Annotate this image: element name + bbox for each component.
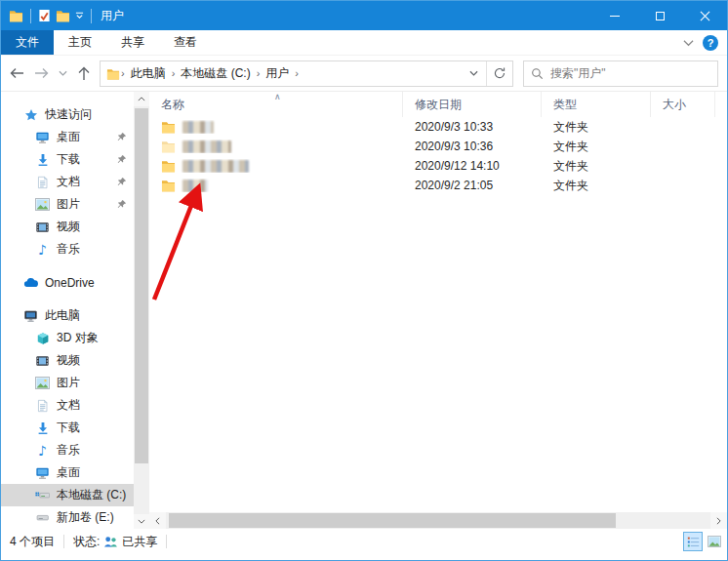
sidebar-item-music[interactable]: ♪音乐: [1, 238, 134, 260]
scroll-down-icon[interactable]: [134, 514, 149, 529]
scroll-up-icon[interactable]: [134, 92, 149, 106]
recent-locations-button[interactable]: [55, 61, 70, 85]
ribbon-tab-row: 文件主页共享查看 ?: [1, 30, 727, 56]
sidebar-section: OneDrive: [1, 271, 134, 294]
forward-button[interactable]: [29, 61, 54, 85]
scroll-left-icon[interactable]: [149, 512, 166, 529]
pictures-icon: [35, 198, 50, 211]
ribbon-tab-2[interactable]: 共享: [106, 30, 159, 55]
sidebar-item-quick-access[interactable]: 快速访问: [1, 103, 134, 126]
sidebar-item-drive-e[interactable]: 新加卷 (E:): [1, 506, 134, 529]
sidebar-item-label: 桌面: [57, 464, 80, 481]
sidebar-item-this-pc[interactable]: 此电脑: [1, 304, 134, 327]
file-explorer-window: 用户 文件主页共享查看 ? ›此电脑›本: [0, 0, 728, 561]
refresh-button[interactable]: [487, 61, 512, 86]
sidebar-item-drive-c[interactable]: 本地磁盘 (C:): [1, 484, 134, 506]
minimize-button[interactable]: [592, 1, 637, 30]
type-cell: 文件夹: [542, 158, 651, 175]
ribbon-tab-0[interactable]: 文件: [1, 30, 54, 55]
sidebar-item-downloads[interactable]: 下载: [1, 417, 134, 439]
breadcrumb-item[interactable]: 本地磁盘 (C:): [176, 65, 255, 82]
sidebar-item-downloads[interactable]: 下载: [1, 148, 134, 171]
onedrive-icon: [23, 277, 38, 288]
file-row-1[interactable]: 2020/9/3 10:36文件夹: [149, 137, 727, 156]
sidebar-item-objects-3d[interactable]: 3D 对象: [1, 327, 134, 349]
type-cell: 文件夹: [542, 178, 651, 194]
objects-3d-icon: [35, 332, 50, 345]
up-button[interactable]: [71, 61, 96, 85]
sidebar-item-label: 快速访问: [45, 106, 92, 123]
documents-icon: [35, 176, 50, 189]
back-button[interactable]: [4, 61, 28, 85]
search-input[interactable]: [550, 66, 710, 80]
ribbon-tab-1[interactable]: 主页: [54, 30, 106, 55]
shared-users-icon: [103, 536, 118, 548]
expand-ribbon-chevron-icon[interactable]: [683, 39, 694, 47]
breadcrumb-item[interactable]: 用户: [261, 65, 294, 82]
sidebar-item-videos[interactable]: 视频: [1, 216, 134, 238]
file-row-3[interactable]: 2020/9/2 21:05文件夹: [149, 176, 727, 195]
music-icon: ♪: [35, 242, 50, 258]
details-view-button[interactable]: [683, 532, 703, 551]
breadcrumb-item[interactable]: 此电脑: [126, 65, 171, 82]
sidebar-item-label: 桌面: [57, 129, 80, 145]
search-box[interactable]: [523, 60, 718, 87]
file-row-0[interactable]: 2020/9/3 10:33文件夹: [149, 117, 727, 137]
column-header-3[interactable]: 大小: [651, 92, 715, 117]
sidebar-item-documents[interactable]: 文档: [1, 394, 134, 417]
customize-toolbar-chevron-icon[interactable]: [75, 12, 84, 20]
address-bar-tail: [461, 61, 512, 86]
scrollbar-track[interactable]: [134, 106, 149, 514]
maximize-button[interactable]: [637, 1, 682, 30]
column-header-1[interactable]: 修改日期: [403, 92, 542, 117]
properties-icon[interactable]: [38, 9, 51, 22]
new-folder-icon[interactable]: [56, 9, 70, 22]
modified-date-cell: 2020/9/3 10:36: [403, 140, 542, 153]
address-bar[interactable]: ›此电脑›本地磁盘 (C:)›用户›: [100, 60, 513, 87]
previous-locations-button[interactable]: [461, 61, 486, 86]
ribbon-tab-3[interactable]: 查看: [159, 30, 212, 55]
drive-e-icon: [35, 511, 50, 524]
type-cell: 文件夹: [542, 119, 651, 136]
close-icon: [700, 11, 710, 21]
sort-ascending-icon: ∧: [274, 92, 281, 101]
downloads-icon: [35, 153, 50, 167]
file-list-pane: 名称∧修改日期类型大小 2020/9/3 10:33文件夹2020/9/3 10…: [149, 92, 727, 529]
breadcrumb-separator-icon: ›: [294, 67, 300, 79]
sidebar-item-documents[interactable]: 文档: [1, 171, 134, 193]
window-controls: [592, 1, 727, 30]
help-icon[interactable]: ?: [703, 35, 718, 51]
sidebar-item-onedrive[interactable]: OneDrive: [1, 271, 134, 294]
file-name-cell: [149, 140, 403, 153]
large-icons-view-button[interactable]: [705, 532, 724, 551]
sidebar-item-desktop[interactable]: 桌面: [1, 461, 134, 484]
forward-arrow-icon: [34, 66, 50, 80]
scrollbar-thumb[interactable]: [169, 513, 616, 528]
scrollbar-track[interactable]: [166, 512, 710, 529]
quick-access-icon: [23, 108, 38, 122]
scrollbar-thumb[interactable]: [135, 108, 148, 463]
file-name-cell: [149, 179, 403, 192]
column-header-2[interactable]: 类型: [542, 92, 651, 117]
sidebar-item-pictures[interactable]: 图片: [1, 193, 134, 216]
modified-date-cell: 2020/9/3 10:33: [403, 120, 542, 134]
column-header-0[interactable]: 名称∧: [149, 92, 403, 117]
sidebar-item-desktop[interactable]: 桌面: [1, 126, 134, 148]
up-arrow-icon: [77, 66, 91, 81]
navigation-pane: 快速访问桌面下载文档图片视频♪音乐OneDrive此电脑3D 对象视频图片文档下…: [1, 92, 134, 529]
sidebar-scrollbar[interactable]: [134, 92, 149, 529]
file-row-2[interactable]: 2020/9/12 14:10文件夹: [149, 156, 727, 176]
folder-icon: [106, 67, 120, 80]
sidebar-item-pictures[interactable]: 图片: [1, 372, 134, 394]
close-button[interactable]: [682, 1, 727, 30]
separator: [166, 535, 167, 548]
sidebar-item-videos[interactable]: 视频: [1, 349, 134, 372]
back-arrow-icon: [9, 66, 24, 80]
status-label: 状态:: [73, 534, 100, 550]
horizontal-scrollbar[interactable]: [149, 512, 727, 529]
sidebar-item-music[interactable]: ♪音乐: [1, 439, 134, 461]
this-pc-icon: [23, 309, 38, 323]
sidebar-item-label: OneDrive: [45, 276, 95, 290]
scroll-right-icon[interactable]: [710, 512, 727, 529]
sidebar-item-label: 下载: [57, 420, 80, 436]
